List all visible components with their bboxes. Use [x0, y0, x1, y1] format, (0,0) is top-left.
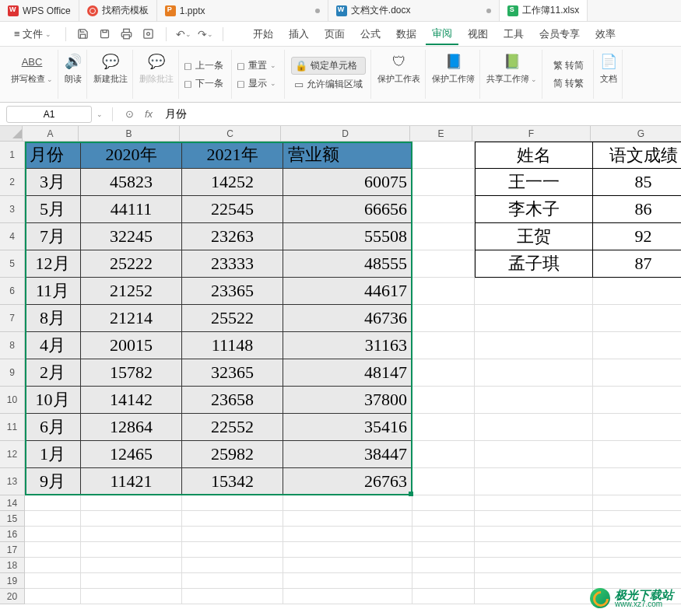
save-as-button[interactable] [96, 25, 114, 44]
cell[interactable]: 5月 [25, 196, 81, 223]
row-header[interactable]: 6 [0, 278, 25, 305]
cell[interactable] [25, 542, 81, 558]
cell[interactable] [475, 305, 593, 332]
cell[interactable]: 48147 [283, 359, 412, 387]
cell[interactable]: 12465 [81, 441, 182, 468]
row-header[interactable]: 9 [0, 359, 25, 387]
row-header[interactable]: 14 [0, 495, 25, 511]
cell[interactable]: 35416 [283, 414, 412, 441]
cell[interactable] [412, 223, 475, 250]
cell[interactable] [182, 573, 283, 589]
cell[interactable] [182, 542, 283, 558]
cell[interactable] [475, 441, 593, 468]
cell[interactable] [81, 558, 182, 573]
cell[interactable] [25, 589, 81, 604]
tab-pptx[interactable]: 1.pptx [157, 0, 328, 21]
cell[interactable] [412, 511, 475, 527]
cell[interactable] [283, 558, 412, 573]
cell[interactable]: 王一一 [475, 169, 593, 196]
cell[interactable] [593, 495, 681, 511]
cell[interactable] [475, 527, 593, 542]
cell[interactable] [25, 495, 81, 511]
cell[interactable]: 4月 [25, 332, 81, 359]
row-header[interactable]: 5 [0, 250, 25, 278]
cell[interactable]: 营业额 [283, 142, 412, 169]
tab-daoke[interactable]: 找稻壳模板 [79, 0, 157, 21]
cell[interactable]: 月份 [25, 142, 81, 169]
cell[interactable]: 李木子 [475, 196, 593, 223]
cell[interactable] [412, 495, 475, 511]
hamburger-menu[interactable]: ≡文件⌄ [8, 24, 58, 44]
row-header[interactable]: 16 [0, 527, 25, 542]
cell[interactable] [182, 558, 283, 573]
cell[interactable] [25, 511, 81, 527]
cell[interactable] [475, 468, 593, 495]
cell[interactable] [283, 495, 412, 511]
cell[interactable] [593, 441, 681, 468]
fx-label[interactable]: fx [142, 108, 156, 120]
ribbon-protect-sheet[interactable]: 🛡 保护工作表 [373, 50, 426, 99]
cell[interactable]: 66656 [283, 196, 412, 223]
cell[interactable]: 15782 [81, 359, 182, 387]
row-header[interactable]: 8 [0, 332, 25, 359]
cell[interactable]: 9月 [25, 468, 81, 495]
to-traditional-button[interactable]: 简 转繁 [550, 75, 587, 92]
cell[interactable] [182, 495, 283, 511]
cell[interactable]: 44111 [81, 196, 182, 223]
cell[interactable]: 25522 [182, 305, 283, 332]
cell[interactable] [412, 589, 475, 604]
cell[interactable]: 45823 [81, 169, 182, 196]
cell[interactable] [593, 527, 681, 542]
cell[interactable] [475, 589, 593, 604]
row-header[interactable]: 19 [0, 573, 25, 589]
cell[interactable]: 20015 [81, 332, 182, 359]
row-header[interactable]: 10 [0, 387, 25, 414]
cell[interactable]: 87 [593, 250, 681, 278]
col-header-F[interactable]: F [472, 126, 591, 141]
cell[interactable]: 12864 [81, 414, 182, 441]
cell[interactable] [81, 495, 182, 511]
row-header[interactable]: 1 [0, 142, 25, 169]
cell[interactable]: 14142 [81, 387, 182, 414]
row-header[interactable]: 3 [0, 196, 25, 223]
cell[interactable] [593, 332, 681, 359]
cell[interactable]: 7月 [25, 223, 81, 250]
cell[interactable]: 23365 [182, 278, 283, 305]
cell[interactable]: 11148 [182, 332, 283, 359]
cell[interactable]: 6月 [25, 414, 81, 441]
redo-button[interactable]: ↷⌄ [196, 25, 215, 44]
zoom-icon[interactable]: ⊙ [122, 108, 137, 120]
cell[interactable] [412, 250, 475, 278]
cell[interactable]: 11月 [25, 278, 81, 305]
cell[interactable] [81, 511, 182, 527]
row-header[interactable]: 18 [0, 558, 25, 573]
cell[interactable]: 37800 [283, 387, 412, 414]
cell[interactable] [412, 441, 475, 468]
cell[interactable] [25, 527, 81, 542]
cell[interactable] [475, 558, 593, 573]
cell[interactable]: 2020年 [81, 142, 182, 169]
cell[interactable] [182, 511, 283, 527]
cell[interactable]: 23658 [182, 387, 283, 414]
cell[interactable] [182, 589, 283, 604]
cell[interactable]: 10月 [25, 387, 81, 414]
cell[interactable] [283, 589, 412, 604]
allow-edit-button[interactable]: ▭允许编辑区域 [291, 76, 366, 93]
prev-comment-button[interactable]: ◻上一条 [181, 58, 226, 74]
cell[interactable] [593, 542, 681, 558]
cell[interactable] [593, 278, 681, 305]
cell[interactable] [475, 573, 593, 589]
menu-page[interactable]: 页面 [318, 24, 351, 44]
cell[interactable] [412, 169, 475, 196]
row-header[interactable]: 17 [0, 542, 25, 558]
row-header[interactable]: 7 [0, 305, 25, 332]
ribbon-share-book[interactable]: 📗 共享工作簿⌄ [482, 50, 542, 99]
cell[interactable]: 22545 [182, 196, 283, 223]
menu-data[interactable]: 数据 [390, 24, 423, 44]
chevron-down-icon[interactable]: ⌄ [97, 110, 103, 118]
cell[interactable] [475, 359, 593, 387]
menu-member[interactable]: 会员专享 [533, 24, 586, 44]
cell[interactable] [593, 558, 681, 573]
cell[interactable]: 22552 [182, 414, 283, 441]
cell[interactable]: 11421 [81, 468, 182, 495]
